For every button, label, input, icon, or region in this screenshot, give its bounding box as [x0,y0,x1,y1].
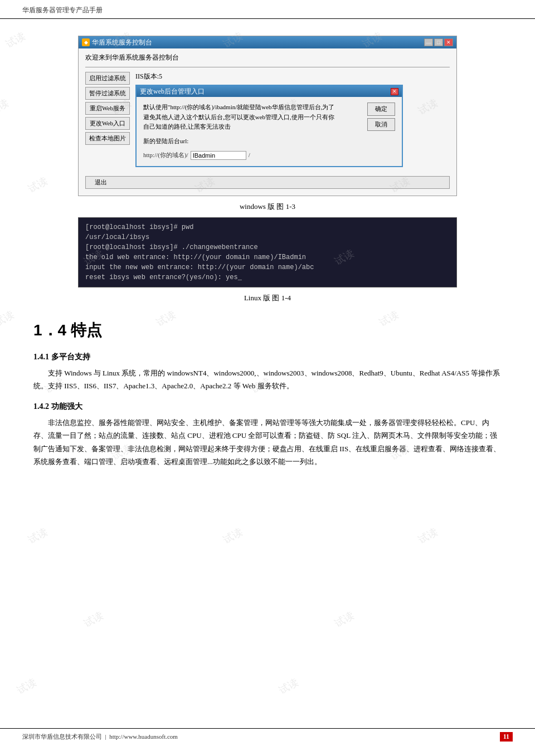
url-prefix: http://(你的域名)/ [143,150,188,160]
term-line-3: [root@localhost ibsys]# ./changewebentra… [85,242,450,252]
linux-caption: Linux 版 图 1-4 [33,293,502,303]
win-main-row: 启用过滤系统 暂停过滤系统 重启Web服务 更改Web入口 检查本地图片 IIS… [85,72,450,167]
url-slash: / [249,150,250,160]
win-separator [85,67,450,67]
dialog-actions: 确定 取消 [367,103,395,131]
term-line-6: reset ibsys web entrance?(yes/no): yes_ [85,272,450,282]
dialog-body: 默认使用"http://(你的域名)/ibadmin/就能登陆web华盾信息管理… [137,97,402,166]
check-images-btn[interactable]: 检查本地图片 [85,132,130,145]
terminal-screenshot: [root@localhost ibsys]# pwd /usr/local/i… [78,217,457,287]
watermark-24: 试读 [81,609,105,631]
dialog-row: 默认使用"http://(你的域名)/ibadmin/就能登陆web华盾信息管理… [143,103,395,132]
subsection-141-content: 支持 Windows 与 Linux 系统，常用的 windowsNT4、win… [33,367,502,393]
footer-website: http://www.huadunsoft.com [109,733,178,740]
dialog-titlebar: 更改web后台管理入口 ✕ [137,86,402,97]
dialog-desc-line3: 自己知道的路径,让黑客无法攻击 [143,122,363,132]
url-row: 新的登陆后台url: [143,136,395,147]
term-line-1: [root@localhost ibsys]# pwd [85,222,450,232]
footer-page-number: 11 [500,732,513,742]
term-line-4: the old web entrance: http://(your domai… [85,252,450,262]
watermark-21: 试读 [26,525,50,547]
dialog-box: 更改web后台管理入口 ✕ 默认使用"http://(你的域名)/ibadmin… [135,85,403,167]
win-close-btn[interactable]: ✕ [444,38,453,46]
watermark-22: 试读 [221,525,245,547]
dialog-close-btn[interactable]: ✕ [391,88,398,95]
disable-filter-btn[interactable]: 暂停过滤系统 [85,87,130,100]
section-14-heading: 1．4 特点 [33,320,502,341]
win-quit-row: 退出 [85,173,450,189]
page-header: 华盾服务器管理专产品手册 [0,0,535,19]
dialog-ok-btn[interactable]: 确定 [367,103,395,116]
dialog-title-text: 更改web后台管理入口 [140,87,205,96]
header-title: 华盾服务器管理专产品手册 [22,6,103,14]
enable-filter-btn[interactable]: 启用过滤系统 [85,72,130,85]
footer-company-name: 深圳市华盾信息技术有限公司 [22,733,102,740]
term-line-5: input the new web entrance: http://(your… [85,262,450,272]
restart-web-btn[interactable]: 重启Web服务 [85,102,130,115]
subsection-141-title: 1.4.1 多平台支持 [33,352,502,362]
win-titlebar-text: 华盾系统服务控制台 [92,38,152,47]
term-line-2: /usr/local/ibsys [85,232,450,242]
watermark-27: 试读 [276,676,300,698]
subsection-142-title: 1.4.2 功能强大 [33,402,502,412]
win-welcome-text: 欢迎来到华盾系统服务器控制台 [85,53,450,62]
win-content-area: IIS版本:5 更改web后台管理入口 ✕ 默认使用"http://(你的域名)… [135,72,450,167]
win-maximize-btn[interactable]: □ [434,38,443,46]
win-body: 欢迎来到华盾系统服务器控制台 启用过滤系统 暂停过滤系统 重启Web服务 更改W… [79,48,456,196]
url-input-row: http://(你的域名)/ / [143,150,395,160]
watermark-23: 试读 [416,525,440,547]
footer-company: 深圳市华盾信息技术有限公司 | http://www.huadunsoft.co… [22,733,178,741]
win-titlebar-left: ◆ 华盾系统服务控制台 [82,38,152,47]
page-footer: 深圳市华盾信息技术有限公司 | http://www.huadunsoft.co… [0,728,535,745]
win-sidebar: 启用过滤系统 暂停过滤系统 重启Web服务 更改Web入口 检查本地图片 [85,72,130,167]
windows-caption: windows 版 图 1-3 [33,202,502,212]
win-controls: — □ ✕ [424,38,453,46]
dialog-desc-line1: 默认使用"http://(你的域名)/ibadmin/就能登陆web华盾信息管理… [143,103,363,113]
change-web-btn[interactable]: 更改Web入口 [85,117,130,130]
main-content: ◆ 华盾系统服务控制台 — □ ✕ 欢迎来到华盾系统服务器控制台 启用过滤系统 … [0,19,535,486]
win-app-icon: ◆ [82,38,90,46]
watermark-25: 试读 [332,609,356,631]
watermark-26: 试读 [14,676,38,698]
win-titlebar: ◆ 华盾系统服务控制台 — □ ✕ [79,36,456,48]
subsection-142-content: 非法信息监控、服务器性能管理、网站安全、主机维护、备案管理，网站管理等等强大功能… [33,416,502,469]
dialog-desc-line2: 避免其他人进入这个默认后台,您可以更改web管理入口,使用一个只有你 [143,113,363,123]
new-url-label: 新的登陆后台url: [143,136,188,147]
url-input-field[interactable] [191,151,246,160]
windows-screenshot: ◆ 华盾系统服务控制台 — □ ✕ 欢迎来到华盾系统服务器控制台 启用过滤系统 … [78,36,457,196]
dialog-description: 默认使用"http://(你的域名)/ibadmin/就能登陆web华盾信息管理… [143,103,363,132]
win-minimize-btn[interactable]: — [424,38,433,46]
dialog-cancel-btn[interactable]: 取消 [367,118,395,131]
quit-btn[interactable]: 退出 [85,176,450,189]
iis-info: IIS版本:5 [135,72,450,81]
